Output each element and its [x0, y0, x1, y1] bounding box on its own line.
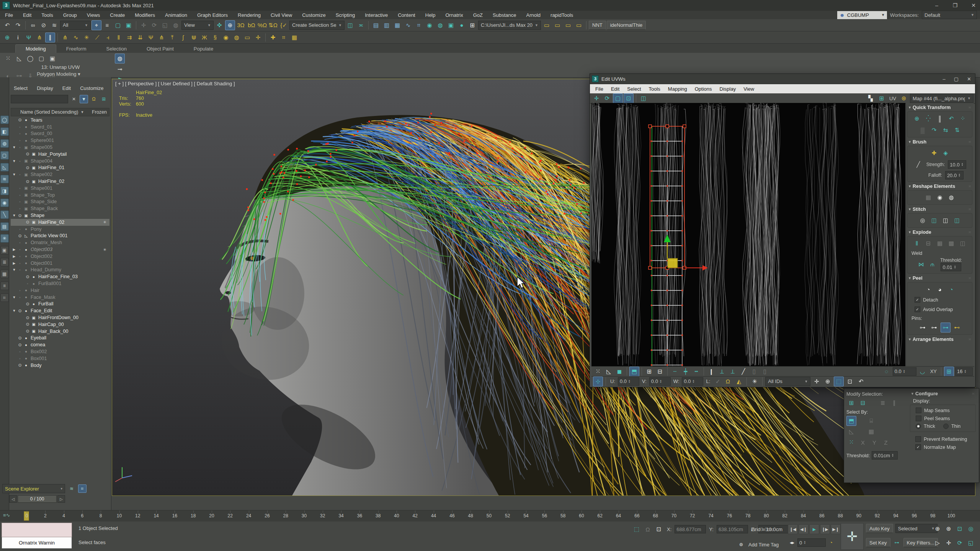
ox-grid-icon[interactable]: ⌗ — [279, 33, 289, 42]
tree-row-hairfine-02[interactable]: ⊙▣HairFine_02 — [11, 178, 109, 185]
zoom-region-icon[interactable]: ▷ — [933, 538, 942, 548]
tab-modeling[interactable]: Modeling — [15, 44, 56, 53]
explode-to-vertex-icon[interactable]: ⫴ — [912, 238, 922, 248]
object-name[interactable]: Shape001 — [29, 186, 52, 191]
freeze-selected-icon[interactable]: ✳ — [750, 377, 760, 386]
visibility-eye-icon[interactable]: ⊙ — [24, 322, 31, 327]
polygon-subobject-icon[interactable]: ▢ — [36, 54, 46, 64]
dialog-close-button[interactable]: ✕ — [967, 76, 971, 82]
mirror-horizontal-icon[interactable]: ◫ — [639, 93, 648, 103]
align-icon[interactable]: ≍ — [356, 20, 366, 30]
expander-icon[interactable]: ▼ — [11, 214, 17, 217]
material-id-filter-dropdown[interactable]: All IDs▼ — [765, 377, 810, 386]
lock-explorer-icon[interactable]: Ω — [90, 95, 98, 103]
hidden-dot-icon[interactable]: • — [17, 186, 23, 191]
zoom-extents-icon[interactable]: ⊡ — [845, 377, 855, 386]
restore-button[interactable]: ❐ — [951, 2, 959, 8]
hidden-dot-icon[interactable]: • — [17, 240, 23, 245]
relax-element-icon[interactable]: ◉ — [935, 192, 945, 202]
pin-icon[interactable]: ⊸ — [115, 64, 125, 74]
texture-options-icon[interactable]: ⊛ — [899, 93, 909, 103]
pan-icon[interactable]: ✛ — [944, 538, 954, 548]
thin-radio[interactable] — [943, 424, 949, 429]
minimize-button[interactable]: – — [933, 2, 941, 8]
ox-length-falloff-icon[interactable]: ⫞ — [103, 33, 113, 42]
tree-row-shape-top[interactable]: •▣Shape_Top — [11, 192, 109, 199]
qt-space-u-icon[interactable]: ⇆ — [941, 125, 951, 135]
show-checker-map-icon[interactable]: ▚ — [866, 93, 875, 103]
object-name[interactable]: Head_Dummy — [29, 267, 61, 272]
qt-space-v-icon[interactable]: ⇅ — [952, 125, 962, 135]
tree-row-shape001[interactable]: •▣Shape001 — [11, 185, 109, 192]
select-by-id-icon[interactable]: ⌸ — [866, 416, 876, 426]
select-by-smoothing-icon[interactable]: ▦ — [866, 427, 876, 437]
object-name[interactable]: Hair_Ponytail — [37, 152, 67, 157]
rendered-frame-window-icon[interactable]: ▣ — [446, 20, 456, 30]
tree-row-object002[interactable]: ▶•●Object002 — [11, 253, 109, 260]
contract-selection-icon[interactable]: ⊟ — [858, 398, 868, 408]
uv-editor-canvas[interactable] — [591, 103, 905, 366]
add-time-tag[interactable]: Add Time Tag — [748, 542, 779, 548]
tree-row-hair-back-00[interactable]: ⊙▣Hair_Back_00 — [11, 328, 109, 335]
hidden-dot-icon[interactable]: • — [17, 172, 23, 177]
tree-column-header[interactable]: Name (Sorted Descending) ▼ Frozen — [11, 108, 109, 116]
zoom-extents-icon[interactable]: ⊡ — [955, 524, 965, 534]
tab-selection[interactable]: Selection — [96, 45, 137, 53]
object-name[interactable]: Ornatrix_Mesh — [29, 240, 62, 245]
axis-x-icon[interactable]: X — [858, 437, 868, 447]
qt-move-icon[interactable]: ⊕ — [912, 114, 922, 124]
w-field[interactable]: 0.0▲▼ — [682, 377, 703, 386]
falloff-curve-icon[interactable]: ╱ — [913, 160, 923, 170]
use-pivot-point-icon[interactable]: ✜ — [214, 20, 224, 30]
tree-row-shape005[interactable]: ▼•▣Shape005 — [11, 144, 109, 151]
u-field[interactable]: 0.0▲▼ — [618, 377, 639, 386]
explode-rollout-header[interactable]: ▼Explode⁙ — [907, 228, 972, 236]
select-and-manipulate-icon[interactable]: ⊕ — [225, 20, 235, 30]
v-field[interactable]: 0.0▲▼ — [649, 377, 671, 386]
object-name[interactable]: Shape_Top — [29, 192, 55, 198]
ox-strand-curl-icon[interactable]: ∿ — [71, 33, 81, 42]
tree-row-particle-view-001[interactable]: ⊙◺Particle View 001 — [11, 233, 109, 240]
menu-item-customize[interactable]: Customize — [297, 11, 330, 19]
scale-tool-icon[interactable]: ▢ — [613, 93, 623, 103]
face-mode-icon[interactable]: ◼ — [614, 367, 624, 377]
quick-peel-icon[interactable]: ◔ — [923, 284, 933, 294]
tree-row-hairfine-01[interactable]: ⊙▣HairFine_01 — [11, 165, 109, 171]
visibility-eye-icon[interactable]: ⊙ — [24, 302, 31, 306]
revert-icon[interactable]: ↶ — [856, 377, 866, 386]
object-name[interactable]: Face_Edit — [29, 308, 52, 313]
object-name[interactable]: Box002 — [29, 349, 47, 354]
add-workspace-button[interactable]: ✛ — [841, 523, 864, 550]
pin-select-icon[interactable]: ⊷ — [952, 323, 962, 333]
hidden-dot-icon[interactable]: • — [17, 261, 23, 266]
reference-coordinate-dropdown[interactable]: View▼ — [181, 21, 214, 30]
hidden-dot-icon[interactable]: • — [17, 193, 23, 197]
hidden-dot-icon[interactable]: • — [17, 288, 23, 293]
move-brush-icon[interactable]: ✚ — [929, 148, 939, 158]
stitch-to-source-icon[interactable]: ◫ — [941, 215, 951, 225]
vertex-subobject-icon[interactable]: ⁙ — [3, 54, 13, 64]
explorer-selector-dropdown[interactable]: Scene Explorer▾ — [2, 484, 65, 493]
stitch-to-target-icon[interactable]: ◫ — [929, 215, 939, 225]
menu-item-mapping[interactable]: Mapping — [664, 86, 691, 92]
select-by-planar-icon[interactable]: ◺ — [846, 427, 856, 437]
expander-icon[interactable]: ▼ — [11, 145, 17, 149]
isolate-selection-toggle-icon[interactable]: ⬚ — [632, 524, 642, 534]
object-name[interactable]: Box001 — [29, 356, 47, 361]
zoom-all-icon[interactable]: ⊛ — [944, 524, 954, 534]
menu-item-civil-view[interactable]: Civil View — [266, 11, 297, 19]
visibility-eye-icon[interactable]: ⊙ — [17, 308, 23, 313]
nnt-button[interactable]: NNT — [589, 21, 606, 30]
snap-toggle-icon[interactable]: ◭ — [734, 377, 744, 386]
visibility-eye-icon[interactable]: ⊙ — [17, 342, 23, 347]
schematic-view-icon[interactable]: ⌗ — [414, 20, 424, 30]
maximize-viewport-icon[interactable]: ◱ — [966, 538, 976, 548]
visibility-eye-icon[interactable]: ⊙ — [17, 213, 23, 218]
rotate-angle-field[interactable]: 0.0▲▼ — [893, 367, 916, 376]
key-mode-dropdown[interactable]: Selected▼ — [895, 524, 938, 533]
tree-row-furball[interactable]: ⊙●FurBall — [11, 301, 109, 308]
ox-lift-icon[interactable]: ⤒ — [167, 33, 177, 42]
tree-row-shape-back[interactable]: •▣Shape_Back — [11, 205, 109, 212]
menu-item-create[interactable]: Create — [105, 11, 130, 19]
display-helpers-icon[interactable]: ◺ — [0, 163, 9, 171]
